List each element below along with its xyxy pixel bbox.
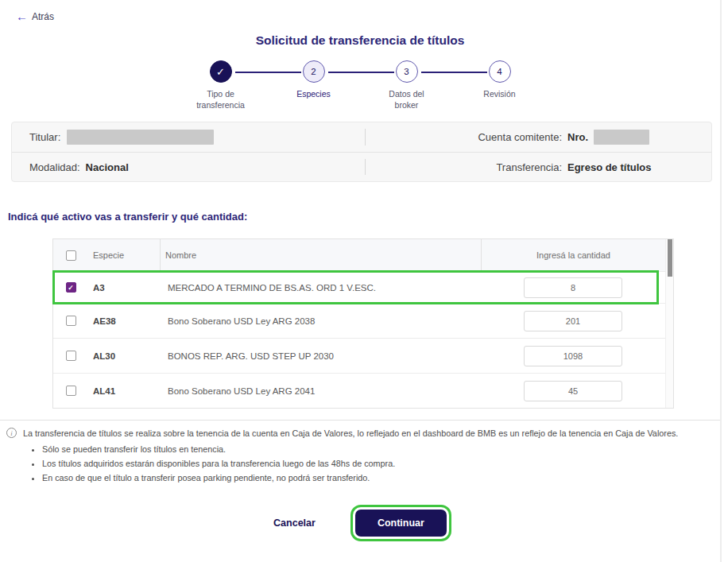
notes-list: Sólo se pueden transferir los títulos en… [42,443,678,485]
stepper-step-datos-del-broker[interactable]: 3 Datos del broker [360,60,453,110]
especie-code: AL41 [88,386,160,396]
note-item: Los títulos adquiridos estarán disponibl… [42,457,678,470]
step-4-label: Revisión [483,88,515,99]
especie-name: BONOS REP. ARG. USD STEP UP 2030 [160,351,481,361]
step-2-circle: 2 [303,60,325,83]
step-1-label: Tipo de transferencia [186,88,256,110]
step-2-label: Especies [296,88,331,99]
table-row: AL41 Bono Soberano USD Ley ARG 2041 [53,373,665,408]
note-item: Sólo se pueden transferir los títulos en… [42,443,678,455]
cuenta-redacted-value [594,130,649,145]
cuenta-comitente-label: Cuenta comitente: [362,131,562,143]
table-scrollbar[interactable] [665,239,673,408]
titular-label: Titular: [29,131,60,143]
summary-row-2: Modalidad: Nacional Transferencia: Egres… [12,152,711,181]
modalidad-label: Modalidad: [29,161,80,173]
stepper: ✓ Tipo de transferencia 2 Especies 3 Dat… [0,60,720,110]
row-checkbox-a3[interactable] [66,282,76,293]
notes-divider [0,420,720,421]
table-header-row: Especie Nombre Ingresá la cantidad [53,239,665,271]
back-label: Atrás [32,11,54,22]
quantity-input-al30[interactable] [524,346,622,366]
titular-redacted-value [67,130,214,145]
step-3-circle: 3 [396,60,418,83]
back-arrow-icon: ← [16,10,28,22]
info-icon: i [6,428,17,438]
row-checkbox-al41[interactable] [66,386,76,396]
cuenta-comitente-prefix: Nro. [567,131,588,143]
summary-vertical-divider [365,129,366,145]
securities-table: Especie Nombre Ingresá la cantidad A3 ME… [52,238,674,409]
especie-name: MERCADO A TERMINO DE BS.AS. ORD 1 V.ESC. [160,283,481,293]
step-1-circle: ✓ [210,60,232,83]
row-checkbox-ae38[interactable] [66,316,76,326]
continue-button[interactable]: Continuar [355,510,447,537]
select-all-checkbox[interactable] [66,250,76,261]
page-title: Solicitud de transferencia de títulos [0,33,720,48]
header-especie: Especie [88,250,160,260]
section-heading: Indicá qué activo vas a transferir y qué… [8,211,720,223]
table-row: A3 MERCADO A TERMINO DE BS.AS. ORD 1 V.E… [53,271,665,303]
notes-intro: La transferencia de títulos se realiza s… [23,427,678,440]
step-4-circle: 4 [489,60,511,83]
transfer-request-page: ← Atrás Solicitud de transferencia de tí… [0,0,722,562]
table-row: AE38 Bono Soberano USD Ley ARG 2038 [53,303,665,338]
especie-code: AE38 [88,316,160,326]
summary-vertical-divider [365,159,366,175]
step-3-label: Datos del broker [389,88,425,110]
stepper-step-especies[interactable]: 2 Especies [267,60,360,110]
summary-row-1: Titular: Cuenta comitente: Nro. [12,122,711,152]
modalidad-value: Nacional [86,161,129,173]
actions-bar: Cancelar Continuar [0,510,720,560]
quantity-input-a3[interactable] [524,277,622,298]
especie-name: Bono Soberano USD Ley ARG 2038 [160,316,481,326]
table-row: AL30 BONOS REP. ARG. USD STEP UP 2030 [53,338,665,373]
scrollbar-thumb[interactable] [668,239,672,277]
especie-code: AL30 [88,351,160,361]
notes-section: i La transferencia de títulos se realiza… [6,427,712,486]
especie-name: Bono Soberano USD Ley ARG 2041 [160,386,481,396]
transferencia-value: Egreso de títulos [567,161,651,173]
header-nombre: Nombre [160,239,481,271]
cancel-button[interactable]: Cancelar [273,517,316,529]
stepper-step-revision[interactable]: 4 Revisión [453,60,546,110]
quantity-input-ae38[interactable] [524,311,622,331]
check-icon: ✓ [216,66,225,78]
quantity-input-al41[interactable] [524,381,622,401]
row-checkbox-al30[interactable] [66,351,76,361]
summary-panel: Titular: Cuenta comitente: Nro. Modalida… [11,122,712,182]
especie-code: A3 [88,283,160,293]
stepper-step-tipo-de-transferencia[interactable]: ✓ Tipo de transferencia [174,60,267,110]
transferencia-label: Transferencia: [362,161,562,173]
note-item: En caso de que el título a transferir po… [42,471,678,484]
header-cantidad: Ingresá la cantidad [481,239,665,271]
back-link[interactable]: ← Atrás [16,10,54,22]
